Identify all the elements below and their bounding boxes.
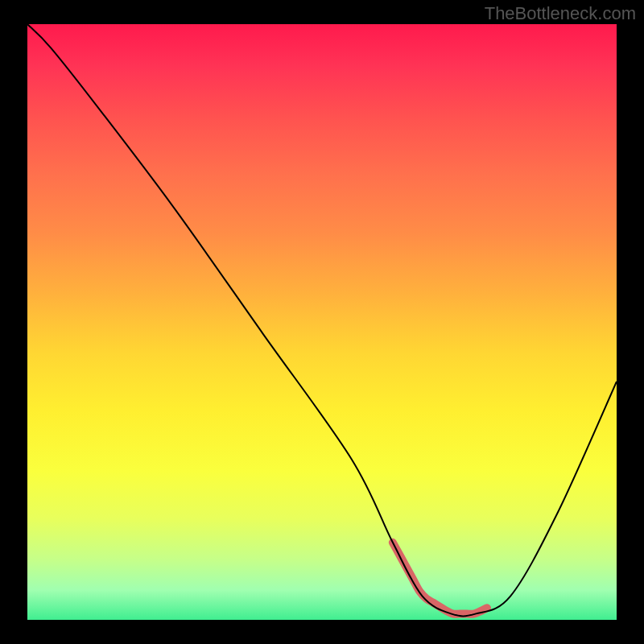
watermark-text: TheBottleneck.com bbox=[485, 3, 636, 24]
bottleneck-curve bbox=[27, 24, 617, 616]
optimal-band bbox=[393, 543, 487, 614]
chart-svg bbox=[27, 24, 617, 620]
